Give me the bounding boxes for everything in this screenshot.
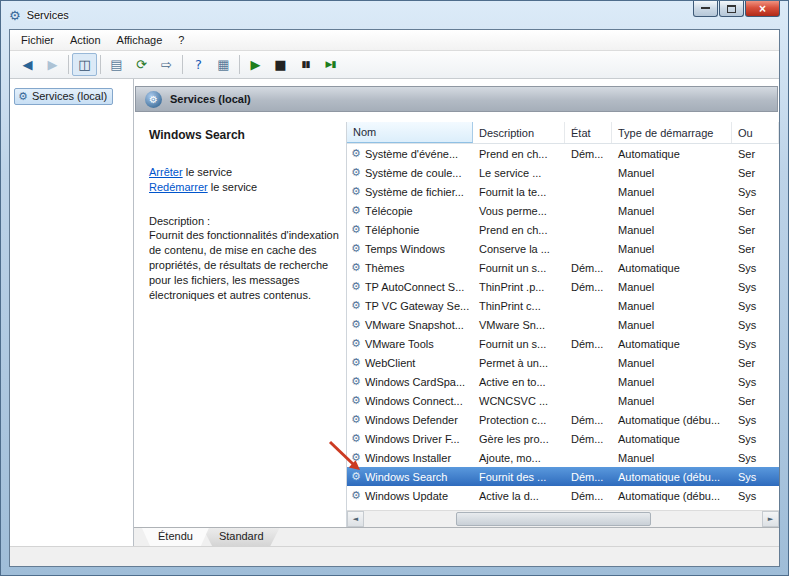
service-row[interactable]: ⚙Windows SearchFournit des ...Dém...Auto… [347,467,779,486]
service-row[interactable]: ⚙VMware Snapshot...VMware Sn...ManuelSys [347,315,779,334]
service-name: Temps Windows [365,243,445,255]
restart-service-link[interactable]: Redémarrer le service [149,181,336,193]
service-row[interactable]: ⚙Windows CardSpa...Active en to...Manuel… [347,372,779,391]
close-button[interactable]: × [745,1,780,17]
scroll-right-button[interactable]: ► [762,511,779,527]
service-row[interactable]: ⚙Windows Connect...WCNCSVC ...ManuelSer [347,391,779,410]
service-logon-as: Sys [732,452,779,464]
service-row[interactable]: ⚙TéléphoniePrend en ch...ManuelSer [347,220,779,239]
service-description: Ajoute, mo... [473,452,565,464]
refresh-button[interactable]: ⟳ [129,53,154,76]
show-console-tree-button[interactable]: ◫ [72,53,97,76]
status-bar [10,546,779,566]
horizontal-scrollbar[interactable]: ◄ ► [347,510,779,527]
export-list-icon: ⇨ [161,58,172,71]
maximize-button[interactable] [719,1,744,17]
back-button[interactable]: ◀ [15,53,40,76]
service-startup-type: Manuel [612,243,732,255]
scrollbar-track[interactable] [364,511,762,527]
back-icon: ◀ [23,58,33,71]
view-tabs: ÉtenduStandard [134,527,779,546]
service-startup-type: Manuel [612,376,732,388]
content-area: ⚙ Services (local) ⚙ Services (local) Wi… [10,79,779,546]
service-gear-icon: ⚙ [351,376,361,387]
export-list-button[interactable]: ⇨ [154,53,179,76]
help-button[interactable]: ? [186,53,211,76]
service-name: VMware Snapshot... [365,319,464,331]
restart-service-button[interactable]: ▶▮ [318,53,343,76]
service-name: Système de coule... [365,167,462,179]
column-header-nom[interactable]: Nom [347,122,473,143]
service-row[interactable]: ⚙TP AutoConnect S...ThinPrint .p...Dém..… [347,277,779,296]
service-row[interactable]: ⚙Système de coule...Le service ...Manuel… [347,163,779,182]
service-row[interactable]: ⚙Windows Driver F...Gère les pro...Dém..… [347,429,779,448]
column-header-etat[interactable]: État [565,122,612,143]
service-startup-type: Manuel [612,281,732,293]
service-logon-as: Ser [732,167,779,179]
service-row[interactable]: ⚙VMware ToolsFournit un s...Dém...Automa… [347,334,779,353]
service-startup-type: Manuel [612,186,732,198]
service-logon-as: Sys [732,414,779,426]
service-gear-icon: ⚙ [351,224,361,235]
service-row[interactable]: ⚙TélécopieVous perme...ManuelSer [347,201,779,220]
tree-item-label: Services (local) [32,90,107,102]
scroll-left-button[interactable]: ◄ [347,511,364,527]
start-service-button[interactable]: ▶ [243,53,268,76]
tree-item-services-local[interactable]: ⚙ Services (local) [14,88,113,105]
service-startup-type: Manuel [612,319,732,331]
toolbar-separator [100,55,101,74]
service-row[interactable]: ⚙ThèmesFournit un s...Dém...AutomatiqueS… [347,258,779,277]
pause-service-icon: ▮▮ [302,60,310,69]
service-gear-icon: ⚙ [351,281,361,292]
service-logon-as: Sys [732,376,779,388]
minimize-button[interactable] [693,1,718,17]
menu-affichage[interactable]: Affichage [109,31,171,49]
service-gear-icon: ⚙ [351,452,361,463]
service-startup-type: Automatique (débu... [612,490,732,502]
selected-service-name: Windows Search [149,128,336,142]
view-menu-button[interactable]: ▦ [211,53,236,76]
service-row[interactable]: ⚙Windows InstallerAjoute, mo...ManuelSys [347,448,779,467]
service-row[interactable]: ⚙Windows DefenderProtection c...Dém...Au… [347,410,779,429]
scrollbar-thumb[interactable] [456,512,651,526]
tab-etendu[interactable]: Étendu [142,528,209,546]
service-row[interactable]: ⚙Système d'événe...Prend en ch...Dém...A… [347,144,779,163]
service-row[interactable]: ⚙WebClientPermet à un...ManuelSer [347,353,779,372]
menu-action[interactable]: Action [62,31,109,49]
service-description-text: Fournit des fonctionnalités d'indexation… [149,228,345,303]
stop-service-link[interactable]: Arrêter le service [149,166,336,178]
service-logon-as: Sys [732,262,779,274]
menu-help[interactable]: ? [170,31,192,49]
column-header-description[interactable]: Description [473,122,565,143]
services-node-icon: ⚙ [18,91,28,102]
service-startup-type: Automatique [612,338,732,350]
service-logon-as: Ser [732,395,779,407]
start-service-icon: ▶ [251,58,261,71]
service-name: Windows CardSpa... [365,376,465,388]
list-header: NomDescriptionÉtatType de démarrageOu [347,122,779,144]
service-logon-as: Sys [732,490,779,502]
service-description: Protection c... [473,414,565,426]
restart-link-action[interactable]: Redémarrer [149,181,208,193]
service-logon-as: Sys [732,281,779,293]
menu-fichier[interactable]: Fichier [13,31,62,49]
scroll-right-icon: ► [768,515,773,523]
service-name: Télécopie [365,205,413,217]
service-name: TP VC Gateway Se... [365,300,469,312]
service-row[interactable]: ⚙Temps WindowsConserve la ...ManuelSer [347,239,779,258]
stop-service-button[interactable]: ■ [268,53,293,76]
stop-link-action[interactable]: Arrêter [149,166,183,178]
tab-standard[interactable]: Standard [203,528,280,546]
pause-service-button[interactable]: ▮▮ [293,53,318,76]
title-bar[interactable]: ⚙ Services × [1,1,788,29]
column-header-type-de-demarrage[interactable]: Type de démarrage [612,122,732,143]
service-row[interactable]: ⚙Windows UpdateActive la d...Dém...Autom… [347,486,779,505]
service-row[interactable]: ⚙TP VC Gateway Se...ThinPrint c...Manuel… [347,296,779,315]
service-gear-icon: ⚙ [351,319,361,330]
service-startup-type: Manuel [612,452,732,464]
column-header-ou[interactable]: Ou [732,122,779,143]
service-row[interactable]: ⚙Système de fichier...Fournit la te...Ma… [347,182,779,201]
properties-button[interactable]: ▤ [104,53,129,76]
minimize-icon [701,6,710,9]
service-startup-type: Automatique [612,433,732,445]
